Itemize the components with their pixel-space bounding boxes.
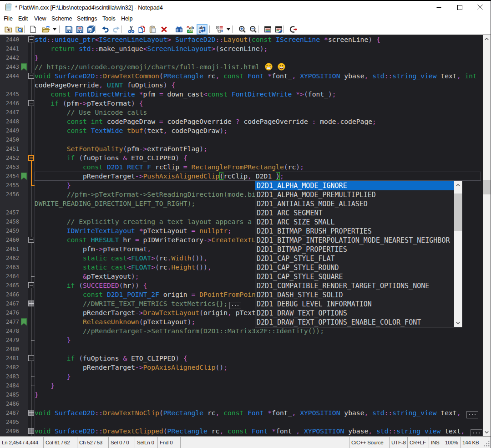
menu-scheme[interactable]: Scheme [48,14,75,24]
code-line[interactable]: const TextWide tbuf(text, codePageDraw); [35,126,228,135]
code-line[interactable]: } [35,181,71,190]
code-row[interactable]: 2487void SurfaceD2D::DrawTextNoClip(PRec… [0,408,491,417]
scroll-up-button[interactable] [483,35,491,43]
code-line[interactable]: } [35,372,71,381]
code-line[interactable]: } [35,381,55,390]
code-line[interactable]: if (SUCCEEDED(hr)) { [35,281,147,290]
save-button[interactable] [64,24,74,35]
line-number[interactable]: 2442 [0,53,19,62]
code-line[interactable]: //pRenderTarget->SetTransform(D2D1::Matr… [35,326,324,336]
status-c/c++[interactable]: C/C++ Source [349,437,390,448]
menu-edit[interactable]: Edit [15,14,31,24]
code-row[interactable]: 2482 pRenderTarget->PopAxisAlignedClip()… [0,363,491,372]
code-row[interactable]: 2451 SetFontQuality(pfm->extraFontFlag); [0,144,491,153]
line-number[interactable]: 2450 [0,135,19,144]
code-row[interactable]: codePageOverride, UINT fuOptions) { [0,81,491,90]
code-line[interactable]: static_cast<FLOAT>(rc.Width()), [35,254,208,263]
code-row[interactable]: 2440std::unique_ptr<IScreenLineLayout> S… [0,35,491,44]
code-row[interactable]: 2446 if (pfm->pTextFormat) { [0,99,491,108]
code-row[interactable]: 2454 pRenderTarget->PushAxisAlignedClip(… [0,172,491,181]
autocomplete-item[interactable]: D2D1_COMPATIBLE_RENDER_TARGET_OPTIONS_NO… [255,281,454,290]
zoom-out-button[interactable] [248,24,258,35]
code-row[interactable]: 2445 const FontDirectWrite *pfm = down_c… [0,90,491,99]
resize-grip-icon[interactable] [484,441,490,447]
title-bar[interactable]: * PlatWin.cxx [F:\Libs\notepad4\scintill… [0,0,491,14]
copy-button[interactable] [137,24,147,35]
line-number[interactable]: 2476 [0,308,19,317]
line-number[interactable]: 2487 [0,408,19,417]
status-ln[interactable]: Ln 2,454 / 4,444 [0,437,44,448]
autocomplete-item[interactable]: D2D1_ALPHA_MODE_PREMULTIPLIED [255,190,454,199]
status-sel[interactable]: Sel 0 / 0 [109,437,135,448]
scroll-down-button[interactable] [454,319,462,327]
replace-button[interactable]: abac [185,24,195,35]
save-all-button[interactable] [86,24,96,35]
status-cr+lf[interactable]: CR+LF [408,437,429,448]
code-line[interactable]: void SurfaceD2D::DrawTextCommon(PRectang… [35,71,477,81]
autocomplete-item[interactable]: D2D1_DEBUG_LEVEL_INFORMATION [255,300,454,309]
autocomplete-item[interactable]: D2D1_ANTIALIAS_MODE_ALIASED [255,199,454,209]
status-100%[interactable]: 100% [443,437,461,448]
scrollbar-thumb[interactable] [454,193,462,231]
fold-collapse-button[interactable] [28,155,34,161]
delete-button[interactable] [159,24,169,35]
line-number[interactable]: 2464 [0,272,19,281]
status-col[interactable]: Col 61 / 62 [44,437,77,448]
line-number[interactable]: 2451 [0,144,19,153]
word-wrap-button[interactable]: abc [197,24,208,35]
fold-collapse-button[interactable] [28,73,34,79]
code-line[interactable]: if (fuOptions & ETO_CLIPPED) { [35,153,187,163]
code-line[interactable]: pRenderTarget->PushAxisAlignedClip(rcCli… [35,172,284,181]
code-line[interactable]: SetFontQuality(pfm->extraFontFlag); [35,144,208,153]
cut-button[interactable] [126,24,137,35]
autocomplete-item[interactable]: D2D1_CAP_STYLE_ROUND [255,263,454,272]
code-line[interactable]: return std::make_unique<ScreenLineLayout… [35,44,268,53]
fold-collapse-button[interactable] [28,36,34,42]
line-number[interactable]: 2448 [0,117,19,126]
status-144[interactable]: 144 KB [461,437,482,448]
code-line[interactable]: codePageOverride, UINT fuOptions) { [35,81,175,90]
line-number[interactable]: 2453 [0,163,19,172]
code-line[interactable]: const int codePageDraw = codePageOverrid… [35,117,376,126]
fold-collapse-button[interactable] [28,282,34,288]
line-number[interactable]: 2456 [0,190,19,199]
line-number[interactable]: 2484 [0,381,19,390]
line-number[interactable]: 2457 [0,208,19,217]
line-number[interactable]: 2447 [0,108,19,117]
browse-folder-button[interactable] [14,24,25,35]
line-number[interactable]: 2495 [0,417,19,427]
line-number[interactable]: 2481 [0,354,19,363]
code-row[interactable]: 2478 //pRenderTarget->SetTransform(D2D1:… [0,326,491,336]
autocomplete-item[interactable]: D2D1_ARC_SEGMENT [255,209,454,218]
status-utf8[interactable]: UTF-8 [390,437,408,448]
line-number[interactable]: 2452 [0,153,19,163]
line-number[interactable]: 2440 [0,35,19,44]
line-number[interactable]: 2455 [0,181,19,190]
line-number[interactable]: 2466 [0,290,19,299]
redo-button[interactable] [111,24,121,35]
code-row[interactable]: 2442} [0,53,491,62]
find-button[interactable] [174,24,184,35]
code-row[interactable]: 2479 } [0,336,491,345]
code-line[interactable]: &pTextLayout); [35,272,139,281]
code-line[interactable]: } [35,336,71,345]
code-line[interactable]: } [35,53,39,62]
customize-schemes-button[interactable] [273,24,284,35]
autocomplete-item[interactable]: D2D1_BITMAP_BRUSH_PROPERTIES [255,227,454,236]
zoom-in-button[interactable] [237,24,248,35]
code-line[interactable]: ReleaseUnknown(pTextLayout); [35,317,195,326]
code-line[interactable]: // https://unicode.org/emoji/charts/full… [35,62,285,71]
code-line[interactable]: pfm->pTextFormat, [35,244,151,254]
line-number[interactable]: 2477 [0,317,19,326]
line-number[interactable]: 2479 [0,336,19,345]
autocomplete-scrollbar[interactable] [454,181,462,327]
code-line[interactable]: void SurfaceD2D::DrawTextNoClip(PRectang… [35,408,478,417]
save-as-button[interactable] [75,24,85,35]
status-ins[interactable]: INS [429,437,443,448]
fold-expand-button[interactable] [28,428,34,434]
line-number[interactable]: 2483 [0,372,19,381]
fold-collapse-button[interactable] [28,100,34,106]
fold-expand-button[interactable] [28,410,34,416]
code-line[interactable]: if (pfm->pTextFormat) { [35,99,143,108]
code-row[interactable]: 2449 const TextWide tbuf(text, codePageD… [0,126,491,135]
